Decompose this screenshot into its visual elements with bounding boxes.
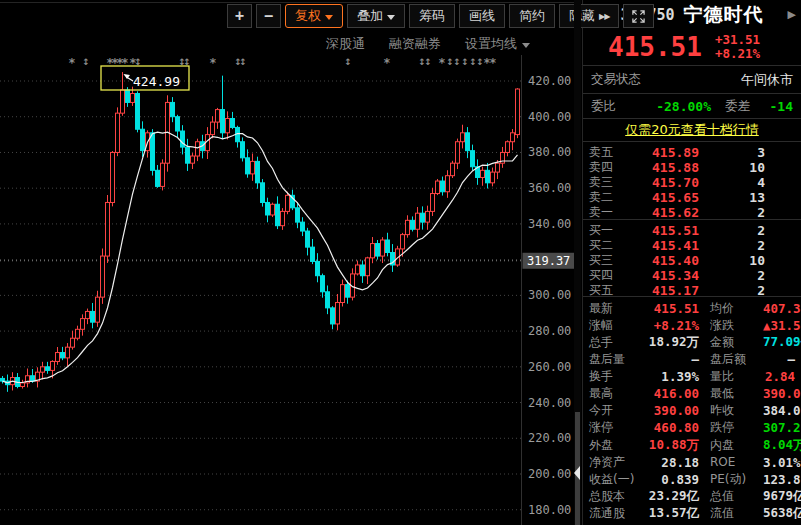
price-change: +31.51 [715,33,760,47]
szse-connect-link[interactable]: 深股通 [326,35,365,53]
crosshair-price-badge: 319.37 [523,253,578,269]
svg-text:420.00: 420.00 [528,74,571,88]
chip-distribution-button[interactable]: 筹码 [409,4,455,28]
simple-mode-button[interactable]: 简约 [509,4,555,28]
chart-sub-toolbar: 深股通 融资融券 设置均线 [326,35,530,53]
order-book-row[interactable]: 买四415.342 [583,267,801,282]
draw-line-label: 画线 [469,7,495,25]
stock-name: 宁德时代 [684,2,764,28]
detail-row: 总手18.92万金额77.09亿 [583,334,801,351]
weicha-value: -14 [763,99,793,114]
detail-row: 外盘10.88万内盘8.04万 [583,437,801,454]
detail-row: 涨幅+8.21%涨跌▲31.51 [583,317,801,334]
svg-text:↕: ↕ [239,57,247,67]
detail-row: 盘后量—盘后额— [583,351,801,368]
chip-label: 筹码 [419,7,445,25]
svg-text:424.99: 424.99 [133,74,180,89]
svg-text:↕: ↕ [461,57,469,67]
svg-text:↕: ↕ [424,57,432,67]
hide-button[interactable]: 隐藏 ▶▶ [559,4,619,28]
ma-settings-label: 设置均线 [465,35,517,53]
weicha-label: 委差 [711,98,763,115]
weibi-label: 委比 [591,98,625,115]
svg-text:↕: ↕ [344,57,352,67]
ma-settings-link[interactable]: 设置均线 [465,35,530,53]
svg-text:260.00: 260.00 [528,360,571,374]
svg-text:200.00: 200.00 [528,467,571,481]
order-book-row[interactable]: 卖五415.893 [583,144,801,159]
svg-text:*: * [439,56,446,70]
detail-row: 净资产28.18ROE3.01% [583,454,801,471]
stock-app-window: 420.00400.00380.00360.00340.00320.00300.… [0,0,801,525]
chart-toolbar: + − 复权 叠加 筹码 画线 简约 隐藏 ▶▶ [227,3,654,29]
svg-text:180.00: 180.00 [528,503,571,517]
svg-text:*: * [210,56,217,70]
svg-text:360.00: 360.00 [528,181,571,195]
svg-text:↕: ↕ [476,57,484,67]
detail-row: 总股本23.29亿总值9679亿 [583,488,801,505]
price-section: 415.51 +31.51 +8.21% [583,29,801,66]
order-book-row[interactable]: 卖一415.622 [583,204,801,219]
last-price: 415.51 [608,32,702,62]
zoom-in-button[interactable]: + [227,4,252,28]
quote-details-grid: 最新415.51均价407.37涨幅+8.21%涨跌▲31.51总手18.92万… [583,297,801,525]
svg-text:300.00: 300.00 [528,288,571,302]
kline-chart[interactable]: 420.00400.00380.00360.00340.00320.00300.… [0,0,582,525]
collapse-panel-icon[interactable] [574,466,580,480]
weibi-value: -28.00% [625,99,711,114]
price-change-pct: +8.21% [715,47,760,61]
y-axis-labels: 420.00400.00380.00360.00340.00320.00300.… [528,74,571,517]
candles [1,72,520,392]
detail-row: 最新415.51均价407.37 [583,300,801,317]
double-arrow-right-icon: ▶▶ [599,12,609,21]
level2-promo-link[interactable]: 仅需20元查看十档行情 [625,121,759,139]
sell-orders-list: 卖五415.893卖四415.8810卖三415.704卖二415.6513卖一… [583,142,801,220]
svg-text:↕: ↕ [453,57,461,67]
overlay-label: 叠加 [357,7,383,25]
trading-status-value: 午间休市 [741,71,793,89]
detail-row: 换手1.39%量比2.84 [583,368,801,385]
buy-orders-list: 买一415.512买二415.412买三415.4010买四415.342买五4… [583,220,801,297]
panel-splitter[interactable] [574,0,581,525]
trading-status-row: 交易状态 午间休市 [583,66,801,94]
order-book-row[interactable]: 买二415.412 [583,237,801,252]
fullscreen-expand-icon [631,9,646,24]
weibi-row: 委比 -28.00% 委差 -14 [583,94,801,119]
simple-mode-label: 简约 [519,7,545,25]
order-book-row[interactable]: 卖二415.6513 [583,189,801,204]
svg-text:*: * [122,56,129,70]
order-book-row[interactable]: 买五415.172 [583,282,801,297]
svg-text:*: * [490,56,497,70]
hide-label: 隐藏 [569,7,595,25]
order-book-row[interactable]: 买一415.512 [583,222,801,237]
svg-text:*: * [69,56,76,70]
svg-text:220.00: 220.00 [528,431,571,445]
adjust-price-button[interactable]: 复权 [285,4,343,28]
fullscreen-button[interactable] [623,4,654,28]
draw-line-button[interactable]: 画线 [459,4,505,28]
order-book-row[interactable]: 卖三415.704 [583,174,801,189]
grid-lines [0,81,521,510]
adjust-price-label: 复权 [295,7,321,25]
svg-text:280.00: 280.00 [528,324,571,338]
svg-text:400.00: 400.00 [528,110,571,124]
zoom-out-button[interactable]: − [256,4,281,28]
detail-row: 最高416.00最低390.00 [583,385,801,402]
detail-row: 流通股13.57亿流值5638亿 [583,505,801,522]
detail-row: 涨停460.80跌停307.20 [583,419,801,436]
svg-text:340.00: 340.00 [528,217,571,231]
overlay-button[interactable]: 叠加 [347,4,405,28]
level2-promo-row: 仅需20元查看十档行情 [583,119,801,142]
detail-row: 收益(一)0.839PE(动)123.81 [583,471,801,488]
order-book-row[interactable]: 卖四415.8810 [583,159,801,174]
svg-text:*: * [384,56,391,70]
detail-row: 今开390.00昨收384.00 [583,402,801,419]
margin-trading-link[interactable]: 融资融券 [389,35,441,53]
chevron-down-icon [387,15,395,20]
chevron-down-icon [325,15,333,20]
svg-text:↕: ↕ [82,57,90,67]
order-book-row[interactable]: 买三415.4010 [583,252,801,267]
chevron-down-icon [522,43,530,48]
next-stock-button[interactable]: ▶ [783,8,801,21]
quote-panel: ◀ 300750 宁德时代 ▶ 415.51 +31.51 +8.21% 交易状… [582,0,801,525]
